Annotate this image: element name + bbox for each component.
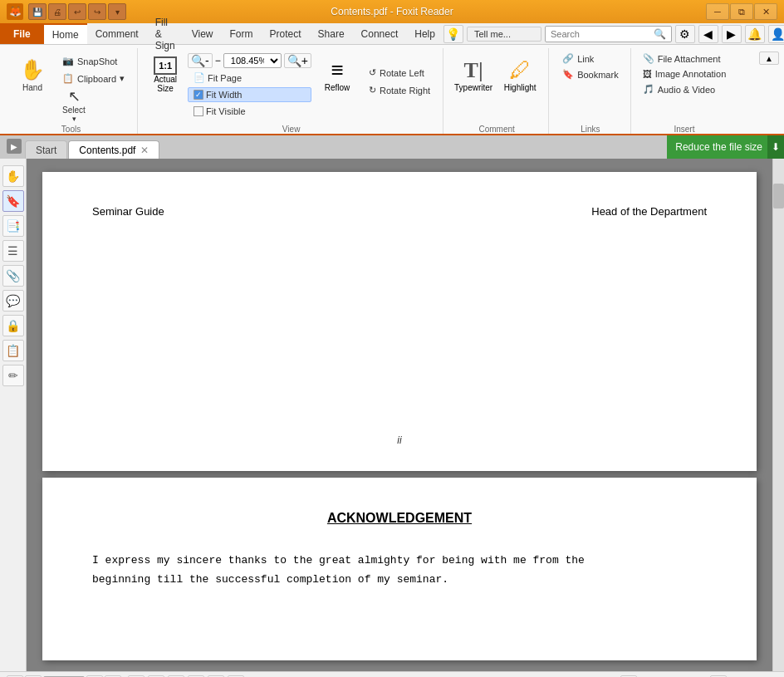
select-btn[interactable]: ↖ Select ▾ [56,88,91,121]
reflow-btn[interactable]: ≡ Reflow [318,52,356,98]
rotate-right-btn[interactable]: ↻ Rotate Right [363,82,436,98]
fit-visible-btn[interactable]: Fit Visible [188,104,311,119]
audio-video-icon: 🎵 [643,84,654,95]
close-btn[interactable]: ✕ [754,3,777,20]
actual-size-label: ActualSize [154,75,177,93]
link-btn[interactable]: 🔗 Link [557,52,624,66]
protect-menu[interactable]: Protect [262,23,310,44]
undo-btn[interactable]: ↩ [68,3,86,20]
collapse-ribbon-btn[interactable]: ▲ [759,52,779,65]
layers-sidebar-btn[interactable]: ☰ [2,240,24,262]
security-sidebar-btn[interactable]: 🔒 [2,315,24,336]
select-label: Select [62,105,86,115]
left-sidebar: ✋ 🔖 📑 ☰ 📎 💬 🔒 📋 ✏ [0,159,27,671]
page-1-footer: ii [397,434,401,446]
hand-tool-btn[interactable]: ✋ Hand [12,52,53,98]
edit-sidebar-btn[interactable]: ✏ [2,365,24,386]
file-attachment-btn[interactable]: 📎 File Attachment [639,52,730,66]
links-content: 🔗 Link 🔖 Bookmark [557,48,624,121]
acknowledgement-text: I express my sincere thanks to the great… [92,551,707,590]
document-area: Seminar Guide Head of the Department ii … [27,159,772,671]
zoom-in-icon[interactable]: 🔍+ [284,53,311,68]
reflow-label: Reflow [325,83,350,92]
search-box: 🔍 [545,26,672,42]
tell-me-input[interactable]: Tell me... [467,27,541,42]
search-input[interactable] [551,29,650,39]
fit-page-icon: 📄 [194,72,205,83]
snapshot-btn[interactable]: 📷 SnapShot [56,53,130,69]
forms-sidebar-btn[interactable]: 📋 [2,340,24,361]
view-label: View [282,121,301,134]
audio-video-btn[interactable]: 🎵 Audio & Video [639,82,730,96]
bookmark-sidebar-btn[interactable]: 🔖 [2,190,24,212]
home-menu[interactable]: Home [44,23,87,44]
menu-bar: File Home Comment Fill & Sign View Form … [0,23,784,45]
audio-video-label: Audio & Video [658,85,716,95]
link-icon: 🔗 [562,53,574,64]
fit-page-btn[interactable]: 📄 Fit Page [188,70,311,86]
title-bar-left: 🦊 💾 🖨 ↩ ↪ ▾ [7,3,126,20]
zoom-dropdown[interactable]: 108.45% 50% 75% 100% 125% 150% 200% [223,53,282,68]
insert-label: Insert [674,121,694,134]
tools-label: Tools [61,121,81,134]
pdf-page-1: Seminar Guide Head of the Department ii [42,172,757,471]
snapshot-icon: 📷 [62,56,74,66]
attachments-sidebar-btn[interactable]: 📎 [2,265,24,287]
user-icon[interactable]: 👤 [768,25,784,43]
collapse-panel-btn[interactable]: ▶ [7,139,22,154]
actual-size-btn[interactable]: 1:1 ActualSize [146,52,184,98]
restore-btn[interactable]: ⧉ [730,3,753,20]
save-btn[interactable]: 💾 [28,3,47,20]
right-scrollbar[interactable] [772,159,784,671]
redo-btn[interactable]: ↪ [88,3,106,20]
document-scroll[interactable]: Seminar Guide Head of the Department ii … [27,159,772,671]
rotate-right-icon: ↻ [369,85,376,96]
print-btn[interactable]: 🖨 [48,3,66,20]
connect-menu[interactable]: Connect [353,23,407,44]
ack-para-1: I express my sincere thanks to the great… [92,554,585,567]
highlight-btn[interactable]: 🖊 Highlight [498,52,541,98]
links-col: 🔗 Link 🔖 Bookmark [557,52,624,81]
search-icon[interactable]: 🔍 [654,28,666,40]
reflow-icon: ≡ [331,57,343,83]
settings-icon[interactable]: ⚙ [675,25,695,43]
hand-sidebar-btn[interactable]: ✋ [2,165,24,187]
close-tab-btn[interactable]: ✕ [140,145,149,156]
fill-sign-menu[interactable]: Fill & Sign [147,23,184,44]
notification-icon[interactable]: 🔔 [745,25,765,43]
zoom-out-btn[interactable]: 🔍- [188,53,213,68]
clipboard-dropdown-icon[interactable]: ▾ [120,73,125,84]
file-attachment-label: File Attachment [658,54,721,64]
form-menu[interactable]: Form [222,23,262,44]
customize-btn[interactable]: ▾ [108,3,126,20]
rotate-left-btn[interactable]: ↺ Rotate Left [363,65,436,81]
comment-menu[interactable]: Comment [87,23,147,44]
minimize-btn[interactable]: ─ [706,3,729,20]
zoom-out-small-icon[interactable]: − [215,55,221,66]
help-menu[interactable]: Help [406,23,443,44]
nav-back-icon[interactable]: ◀ [698,25,718,43]
fit-width-label: Fit Width [206,90,242,100]
clipboard-btn[interactable]: 📋 Clipboard ▾ [56,71,130,86]
comments-sidebar-btn[interactable]: 💬 [2,290,24,312]
fit-width-btn[interactable]: ✓ Fit Width [188,87,311,102]
menu-right: 💡 Tell me... 🔍 ⚙ ◀ ▶ 🔔 👤 [443,23,784,44]
share-menu[interactable]: Share [310,23,353,44]
pages-sidebar-btn[interactable]: 📑 [2,215,24,237]
image-annotation-btn[interactable]: 🖼 Image Annotation [639,67,730,81]
contents-tab[interactable]: Contents.pdf ✕ [68,140,159,159]
typewriter-label: Typewriter [454,83,492,92]
view-content: 1:1 ActualSize 🔍- − 108.45% 50% 75% 100%… [146,48,436,121]
start-tab[interactable]: Start [25,140,67,159]
tools-content: ✋ Hand 📷 SnapShot 📋 Clipboard ▾ ↖ Select… [12,48,130,121]
start-tab-label: Start [36,145,56,156]
view-menu[interactable]: View [184,23,222,44]
bookmark-btn[interactable]: 🔖 Bookmark [557,67,624,81]
reduce-btn-icon: ⬇ [767,135,784,159]
typewriter-icon: T| [464,58,483,83]
file-menu[interactable]: File [0,23,44,44]
reduce-file-size-btn[interactable]: Reduce the file size ⬇ [667,135,784,159]
nav-forward-icon[interactable]: ▶ [722,25,742,43]
fit-width-check: ✓ [194,90,203,100]
typewriter-btn[interactable]: T| Typewriter [452,52,495,98]
